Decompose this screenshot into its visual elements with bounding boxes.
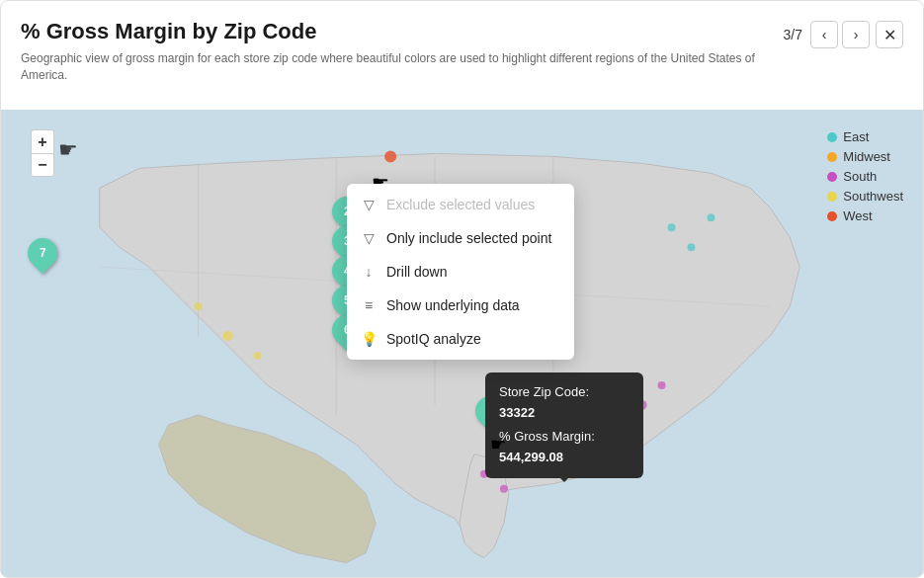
context-menu-drill[interactable]: ↓ Drill down	[347, 255, 574, 289]
legend-item-southwest: Southwest	[827, 189, 903, 204]
zoom-in-button[interactable]: +	[31, 129, 54, 153]
legend-dot-midwest	[827, 152, 837, 162]
legend-label-east: East	[843, 129, 869, 144]
legend-label-south: South	[843, 169, 877, 184]
svg-point-21	[223, 331, 233, 341]
data-icon: ≡	[361, 297, 377, 313]
legend-item-south: South	[827, 169, 903, 184]
map-area: + − ☛ 7 2 ☛ 3 4	[1, 110, 923, 577]
nav-controls: 3/7 ‹ › ✕	[784, 21, 903, 48]
prev-button[interactable]: ‹	[810, 21, 838, 48]
legend-dot-south	[827, 172, 837, 182]
context-menu-drill-label: Drill down	[386, 264, 447, 280]
next-button[interactable]: ›	[842, 21, 870, 48]
legend-label-midwest: Midwest	[843, 149, 890, 164]
spotiq-icon: 💡	[361, 331, 377, 347]
legend: East Midwest South Southwest West	[827, 129, 903, 228]
drill-icon: ↓	[361, 264, 377, 280]
svg-point-20	[195, 302, 203, 310]
legend-label-west: West	[843, 208, 872, 223]
zoom-controls: + −	[31, 129, 54, 177]
context-menu-include[interactable]: ▽ Only include selected point	[347, 221, 574, 255]
legend-dot-southwest	[827, 192, 837, 202]
legend-label-southwest: Southwest	[843, 189, 903, 204]
main-container: % Gross Margin by Zip Code Geographic vi…	[0, 0, 924, 578]
header: % Gross Margin by Zip Code Geographic vi…	[1, 1, 923, 90]
tooltip-value1: 33322	[499, 405, 535, 420]
context-menu-spotiq-label: SpotIQ analyze	[386, 331, 481, 347]
map-pin-7[interactable]: 7	[28, 238, 57, 274]
legend-item-west: West	[827, 208, 903, 223]
page-title: % Gross Margin by Zip Code	[21, 19, 784, 44]
pagination-indicator: 3/7	[784, 27, 802, 42]
legend-dot-west	[827, 211, 837, 221]
svg-point-14	[668, 223, 676, 231]
svg-point-15	[688, 243, 696, 251]
tooltip-label2: % Gross Margin:	[499, 429, 595, 444]
title-section: % Gross Margin by Zip Code Geographic vi…	[21, 19, 784, 84]
close-button[interactable]: ✕	[876, 21, 903, 48]
svg-point-26	[384, 150, 396, 162]
svg-point-16	[707, 213, 714, 221]
context-menu-data[interactable]: ≡ Show underlying data	[347, 289, 574, 322]
legend-dot-east	[827, 132, 837, 142]
context-menu-spotiq[interactable]: 💡 SpotIQ analyze	[347, 322, 574, 356]
page-subtitle: Geographic view of gross margin for each…	[21, 50, 784, 84]
tooltip-value2: 544,299.08	[499, 450, 563, 464]
legend-item-east: East	[827, 129, 903, 144]
context-menu-exclude[interactable]: ▽ Exclude selected values	[347, 188, 574, 221]
data-tooltip: Store Zip Code: 33322 % Gross Margin: 54…	[485, 372, 643, 478]
legend-item-midwest: Midwest	[827, 149, 903, 164]
tooltip-label1: Store Zip Code:	[499, 384, 589, 399]
svg-point-24	[500, 485, 508, 493]
exclude-icon: ▽	[361, 197, 377, 212]
context-menu-exclude-label: Exclude selected values	[386, 197, 535, 212]
context-menu: ▽ Exclude selected values ▽ Only include…	[347, 184, 574, 360]
tooltip-line2: % Gross Margin: 544,299.08	[499, 427, 630, 468]
svg-point-22	[253, 352, 261, 360]
svg-point-13	[658, 381, 666, 389]
include-icon: ▽	[361, 230, 377, 246]
context-menu-include-label: Only include selected point	[386, 230, 551, 246]
tooltip-line1: Store Zip Code: 33322	[499, 382, 630, 424]
context-menu-data-label: Show underlying data	[386, 297, 520, 313]
zoom-out-button[interactable]: −	[31, 153, 54, 177]
